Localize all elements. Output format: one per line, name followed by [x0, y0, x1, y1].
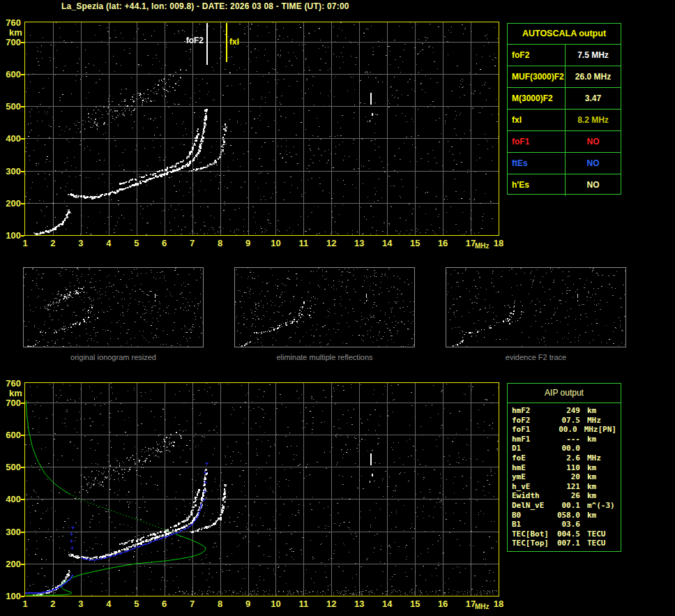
page-title: La_Spezia (lat: +44.1, lon: 009.8) - DAT… [61, 1, 349, 11]
x-tick-label: 8 [211, 238, 229, 248]
aip-unit: MHz [587, 453, 601, 463]
thumbnail-eliminate-canvas [235, 268, 414, 347]
parameter-label: fxI [508, 110, 566, 130]
aip-val: 07.5 [554, 416, 580, 426]
aip-val: 110 [554, 463, 580, 473]
aip-row-b0: B0058.0km [512, 511, 618, 520]
aip-name: Ewidth [512, 491, 554, 501]
aip-unit: MHz [584, 425, 598, 435]
autoscala-output-window: La_Spezia (lat: +44.1, lon: 009.8) - DAT… [0, 0, 675, 616]
x-tick-label: 15 [406, 599, 424, 609]
fxI-marker-label: fxI [229, 37, 239, 47]
aip-row-b1: B103.6 [512, 520, 618, 529]
aip-val: 007.1 [554, 539, 580, 548]
thumbnail-caption-original: original ionogram resized [23, 353, 204, 361]
aip-name: hmF2 [512, 406, 554, 416]
aip-note [616, 406, 618, 416]
aip-note [616, 444, 618, 453]
y-tick-label: 760 [0, 378, 21, 389]
y-tick-label: 400 [0, 494, 21, 504]
aip-table: AIP output hmF2249kmfoF207.5MHzfoF100.0M… [507, 383, 621, 552]
parameter-label: ftEs [508, 153, 566, 174]
x-tick-label: 5 [128, 238, 146, 248]
x-tick-label: 5 [128, 599, 146, 609]
x-tick-label: 3 [72, 238, 90, 248]
aip-unit: TECU [587, 529, 606, 539]
y-axis-tick-mark [21, 403, 24, 404]
aip-val: 00.0 [552, 425, 577, 435]
aip-row-hve: h_vE121km [512, 482, 618, 492]
y-axis-tick-mark [21, 106, 24, 107]
aip-row-hmf2: hmF2249km [512, 406, 618, 416]
x-tick-label: 7 [183, 599, 202, 609]
aip-name: hmF1 [512, 435, 554, 444]
aip-unit: km [587, 463, 596, 473]
parameter-value: NO [566, 174, 621, 196]
y-tick-label: 400 [0, 133, 21, 144]
x-tick-label: 10 [266, 599, 285, 609]
top-ionogram-plot: foF2 fxI [24, 22, 499, 236]
thumbnail-caption-evidence: evidence F2 trace [446, 353, 626, 361]
aip-row-d1: D100.0 [512, 444, 618, 453]
aip-note [616, 482, 618, 492]
aip-name: foF1 [512, 425, 552, 435]
aip-table-title: AIP output [508, 384, 621, 403]
aip-note [616, 539, 618, 548]
aip-note [616, 511, 618, 520]
y-axis-unit-label: km [9, 27, 22, 38]
y-tick-label: 200 [0, 559, 21, 569]
x-axis-unit-label: MHz [475, 603, 490, 610]
y-tick-label: 600 [0, 69, 21, 80]
aip-unit: MHz [587, 416, 601, 426]
x-tick-label: 18 [490, 599, 508, 609]
y-axis-tick-mark [21, 203, 24, 204]
aip-val: 004.5 [554, 529, 580, 539]
thumbnail-evidence-canvas [446, 268, 625, 347]
x-axis-unit-label: MHz [475, 242, 490, 250]
aip-row-ewidth: Ewidth26km [512, 491, 618, 501]
parameter-value: 8.2 MHz [566, 110, 621, 130]
y-axis-tick-mark [21, 499, 24, 500]
top-ionogram-canvas [25, 22, 499, 235]
y-axis-tick-mark [21, 435, 24, 436]
autoscala-table: AUTOSCALA output foF27.5 MHzMUF(3000)F22… [507, 23, 621, 195]
aip-val: 121 [554, 482, 580, 492]
x-tick-label: 7 [183, 238, 202, 248]
aip-name: foE [512, 453, 554, 463]
foF2-marker-line [206, 23, 208, 65]
x-tick-label: 14 [378, 599, 396, 609]
x-tick-label: 11 [294, 599, 312, 609]
aip-val: 058.0 [554, 511, 580, 520]
y-axis-tick-mark [21, 596, 24, 597]
aip-row-yme: ymE20km [512, 472, 618, 482]
parameter-label: h'Es [508, 174, 566, 196]
parameter-label: foF1 [508, 131, 566, 152]
parameter-label: foF2 [508, 45, 566, 66]
y-axis-tick-mark [21, 564, 24, 565]
aip-row-hme: hmE110km [512, 463, 618, 473]
y-tick-label: 500 [0, 462, 21, 472]
aip-unit: km [587, 406, 596, 416]
aip-name: B1 [512, 520, 554, 529]
x-tick-label: 12 [322, 599, 340, 609]
autoscala-table-rows: foF27.5 MHzMUF(3000)F226.0 MHzM(3000)F23… [508, 45, 621, 196]
autoscala-row-fxi: fxI8.2 MHz [508, 110, 621, 131]
aip-row-delnve: DelN_vE00.1m^(-3) [512, 501, 618, 511]
y-axis-tick-mark [21, 235, 24, 236]
x-tick-label: 16 [434, 238, 452, 248]
thumbnail-caption-eliminate: eliminate multiple reflections [234, 353, 415, 361]
x-tick-label: 18 [490, 238, 508, 248]
autoscala-row-muf3000f2: MUF(3000)F226.0 MHz [508, 66, 621, 88]
x-tick-label: 9 [239, 238, 257, 248]
autoscala-row-hes: h'EsNO [508, 174, 621, 196]
aip-unit: km [587, 491, 596, 501]
x-tick-label: 12 [322, 238, 340, 248]
aip-table-rows: hmF2249kmfoF207.5MHzfoF100.0MHz[PN]hmF1-… [508, 403, 621, 548]
foF2-marker-label: foF2 [179, 36, 204, 45]
aip-unit: km [587, 472, 596, 482]
x-tick-label: 13 [350, 599, 368, 609]
aip-val: --- [554, 435, 580, 444]
parameter-value: 7.5 MHz [566, 45, 621, 66]
aip-note [616, 472, 618, 482]
parameter-value: NO [566, 131, 621, 152]
